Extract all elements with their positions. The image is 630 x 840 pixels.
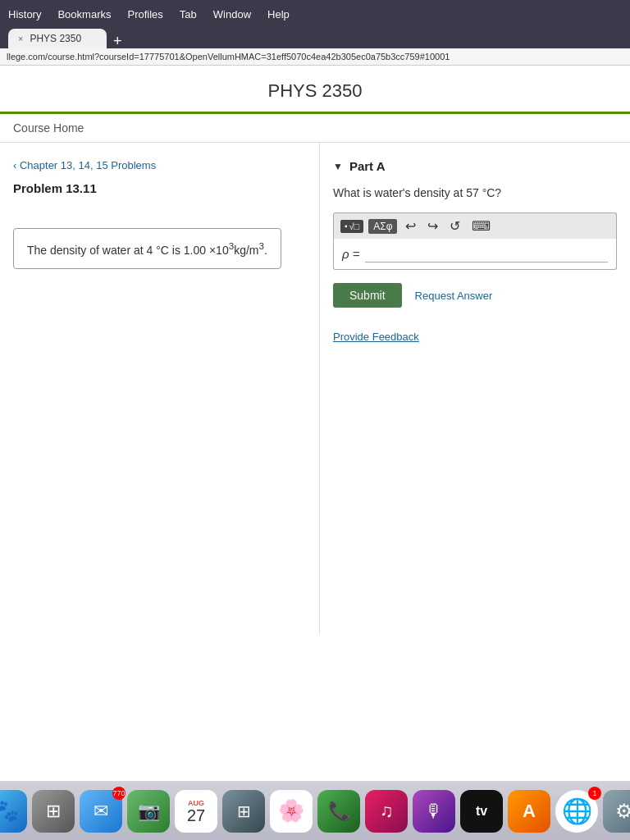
submit-button[interactable]: Submit [333,283,402,308]
problem-period: . [264,244,267,257]
dock-photos[interactable]: 🌸 [270,790,313,833]
problem-text: The density of water at 4 °C is 1.00 ×10 [27,244,229,257]
dock-launchpad[interactable]: ⊞ [32,790,75,833]
content-area: Chapter 13, 14, 15 Problems Problem 13.1… [0,143,630,635]
part-toggle[interactable]: ▼ [333,161,343,172]
refresh-button[interactable]: ↺ [446,217,463,235]
browser-chrome: History Bookmarks Profiles Tab Window He… [0,0,630,48]
dock-music[interactable]: ♫ [365,790,408,833]
dock-appletv[interactable]: tv [460,790,503,833]
menu-bookmarks[interactable]: Bookmarks [57,8,111,21]
breadcrumb[interactable]: Chapter 13, 14, 15 Problems [13,159,306,171]
provide-feedback-link[interactable]: Provide Feedback [333,331,617,343]
dock-month: AUG [188,799,204,807]
dock-facetime[interactable]: 📷 [127,790,170,833]
menu-bar: History Bookmarks Profiles Tab Window He… [8,5,622,25]
dock-finder[interactable]: 🐾 [0,790,27,833]
dock-day: 27 [187,807,205,824]
course-home-link[interactable]: Course Home [13,121,84,135]
menu-profiles[interactable]: Profiles [127,8,162,21]
menu-help[interactable]: Help [267,8,290,21]
dock-facetime2[interactable]: 📞 [317,790,360,833]
dock-swift[interactable]: A [508,790,550,833]
input-area: ▪ √□ ΑΣφ ↩ ↪ ↺ ⌨ ρ = [333,212,617,270]
answer-row: ρ = [333,239,617,270]
problem-units: kg/m [234,244,258,257]
dock-chrome[interactable]: 🌐 1 [555,790,598,833]
problem-box: The density of water at 4 °C is 1.00 ×10… [13,228,281,269]
tab-close-button[interactable]: × [18,34,23,43]
tab-title: PHYS 2350 [30,33,81,44]
request-answer-link[interactable]: Request Answer [415,290,493,302]
action-row: Submit Request Answer [333,283,617,308]
right-panel: ▼ Part A What is water's density at 57 °… [320,143,630,635]
page-header: PHYS 2350 [0,66,630,114]
tab-bar: × PHYS 2350 + [8,29,622,48]
macos-dock: 🐾 ⊞ ✉ 770 📷 AUG 27 ⊞ 🌸 📞 ♫ 🎙 tv A 🌐 1 ⚙ [0,781,630,840]
url-bar[interactable]: llege.com/course.html?courseId=17775701&… [0,48,630,66]
dock-podcast[interactable]: 🎙 [413,790,455,833]
input-toolbar: ▪ √□ ΑΣφ ↩ ↪ ↺ ⌨ [333,212,617,239]
keyboard-button[interactable]: ⌨ [468,217,494,235]
menu-history[interactable]: History [8,8,41,21]
nav-bar: Course Home [0,114,630,143]
active-tab[interactable]: × PHYS 2350 [8,29,107,48]
part-header: ▼ Part A [333,159,617,173]
dock-settings[interactable]: ⚙ [603,790,630,833]
problem-label: Problem 13.11 [13,181,306,195]
answer-input[interactable] [365,245,608,262]
dock-mail[interactable]: ✉ 770 [80,790,122,833]
matrix-icon[interactable]: ▪ √□ [340,220,363,233]
part-label: Part A [349,159,386,173]
new-tab-button[interactable]: + [113,34,122,48]
greek-button[interactable]: ΑΣφ [368,219,397,234]
question-text: What is water's density at 57 °C? [333,186,617,199]
undo-button[interactable]: ↩ [402,217,419,235]
menu-window[interactable]: Window [213,8,251,21]
redo-button[interactable]: ↪ [424,217,441,235]
dock-apps[interactable]: ⊞ [222,790,265,833]
left-panel: Chapter 13, 14, 15 Problems Problem 13.1… [0,143,320,635]
rho-label: ρ = [342,247,360,261]
dock-chrome-badge: 1 [588,787,601,800]
menu-tab[interactable]: Tab [180,8,197,21]
dock-calendar[interactable]: AUG 27 [175,790,217,833]
dock-mail-badge: 770 [112,787,126,800]
page-title: PHYS 2350 [0,80,630,102]
